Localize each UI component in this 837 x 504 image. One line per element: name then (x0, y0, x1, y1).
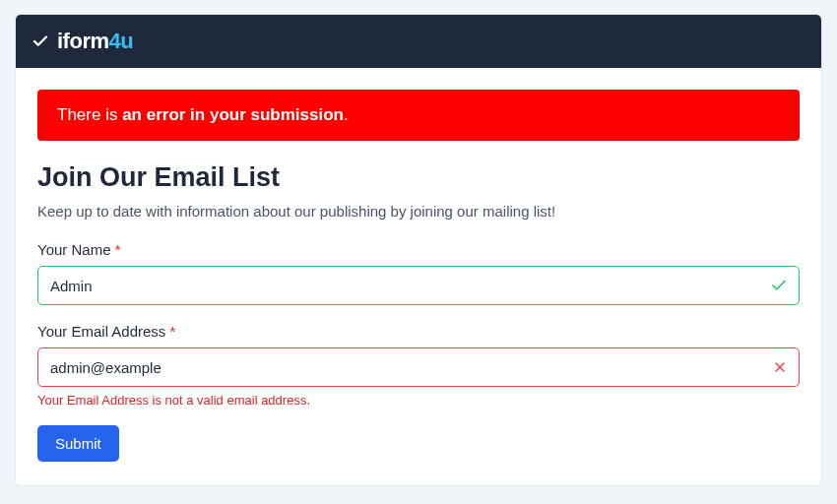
email-label-text: Your Email Address (37, 323, 165, 340)
email-label: Your Email Address * (37, 323, 800, 340)
alert-suffix: . (344, 105, 349, 124)
brand-text: iform4u (57, 29, 133, 54)
alert-prefix: There is (57, 105, 122, 124)
error-alert: There is an error in your submission. (37, 90, 800, 141)
email-error-text: Your Email Address is not a valid email … (37, 393, 800, 408)
form-card: iform4u There is an error in your submis… (15, 14, 822, 486)
name-label-text: Your Name (37, 241, 111, 258)
name-input[interactable] (37, 266, 800, 305)
required-mark: * (170, 323, 176, 340)
brand-post: u (120, 29, 133, 53)
form-body: There is an error in your submission. Jo… (16, 68, 821, 485)
brand-accent: 4 (109, 29, 121, 53)
email-input-wrap (37, 347, 800, 387)
email-field: Your Email Address * Your Email Address … (37, 323, 800, 408)
page-subtitle: Keep up to date with information about o… (37, 203, 800, 220)
brand-logo: iform4u (32, 29, 133, 54)
alert-bold: an error in your submission (122, 105, 344, 124)
email-input[interactable] (37, 347, 800, 387)
check-logo-icon (32, 32, 49, 50)
header-bar: iform4u (16, 15, 821, 68)
name-field: Your Name * (37, 241, 800, 305)
x-icon (772, 359, 788, 375)
name-input-wrap (37, 266, 800, 305)
submit-button[interactable]: Submit (37, 425, 119, 462)
page-title: Join Our Email List (37, 162, 800, 193)
check-icon (770, 277, 788, 294)
brand-pre: iform (57, 29, 109, 53)
required-mark: * (115, 241, 121, 258)
name-label: Your Name * (37, 241, 800, 258)
